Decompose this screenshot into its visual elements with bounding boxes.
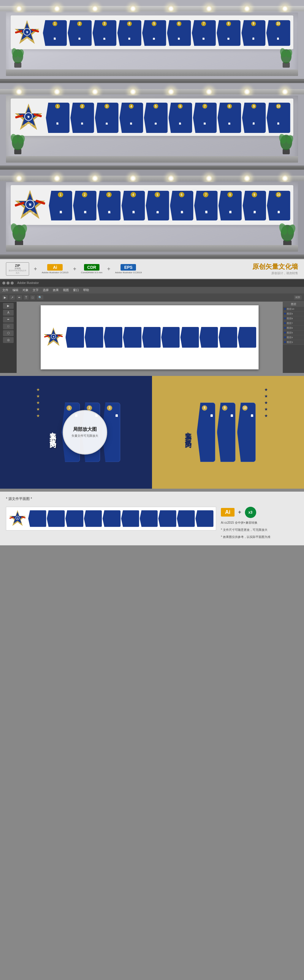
svg-text:十六禁局: 十六禁局 — [16, 522, 19, 523]
tool-arrange[interactable]: 对齐 — [294, 295, 302, 300]
detail-left-vert-texts: 立警为公 执法为民 — [48, 385, 57, 480]
plant-right-3 — [279, 223, 293, 243]
wall-board-3: 警 十六禁局 1 人民警察职责规定 2 公安机关工作守则 3 执法规范行为标准 — [11, 185, 293, 225]
menu-window[interactable]: 窗口 — [73, 288, 79, 292]
card-num-10: 10 — [276, 21, 280, 26]
tool-direct[interactable]: ↗ — [10, 295, 15, 300]
s3-card-5: 5 维护社会治安秩序 — [146, 191, 169, 220]
mc-5 — [142, 327, 161, 348]
card-num-3: 3 — [102, 21, 107, 26]
detail-left-stars: ★ ★ ★ ★ ★ — [32, 385, 44, 480]
layer-dot-6 — [284, 332, 286, 334]
star-4: ★ — [36, 407, 40, 412]
ai-version: Adobe Illustrator CC2015 — [42, 271, 68, 274]
detail-right-card-text-3: 服务人民群众宗旨坚持为民执法原则 — [242, 412, 253, 459]
star-emblem-1: 警 十六禁局 — [14, 19, 40, 46]
light-s2-3 — [92, 88, 98, 95]
detail-right-text1: 立警为公 — [184, 426, 193, 431]
plant-right-2 — [279, 134, 293, 154]
layer-6[interactable]: 图层5 — [283, 331, 304, 335]
s3-card-6: 6 保护公民合法权益 — [170, 191, 194, 220]
side-icon-4[interactable]: □ — [3, 323, 14, 329]
detail-card-num-3: 3 — [107, 405, 112, 410]
layer-1[interactable]: 图层10 — [283, 307, 304, 312]
detail-right-text2: 执法为民 — [184, 433, 193, 438]
svg-text:警: 警 — [27, 116, 30, 118]
flat-card-7 — [140, 510, 158, 527]
card-2: 2 公安机关工作守则 — [68, 20, 92, 46]
topbar-dot-1 — [2, 282, 5, 285]
s3-card-1: 1 人民警察职责规定 — [49, 191, 72, 220]
star-2: ★ — [36, 394, 40, 398]
light-s3-4 — [130, 175, 136, 181]
side-icon-2[interactable]: A — [3, 310, 14, 316]
light-s2-7 — [244, 88, 250, 95]
layer-dot-2 — [284, 313, 286, 315]
detail-right-card-num-2: 9 — [222, 405, 228, 410]
layer-dot-1 — [284, 308, 286, 310]
format-bar: ZIP 压缩包 源文件均在压缩包文件夹内 + Ai Adobe Illustra… — [0, 259, 304, 279]
tool-text[interactable]: T — [24, 295, 29, 300]
s3-card-10: 10 服务人民群众宗旨 — [267, 191, 290, 220]
tool-pen[interactable]: ✒ — [17, 295, 22, 300]
editor-side-panel: ▶ A ✒ □ ⬡ ◎ — [0, 302, 17, 373]
software-row: Ai + x3 — [221, 507, 298, 518]
side-icon-5[interactable]: ⬡ — [3, 330, 14, 336]
card-5: 5 维护社会治安秩序 — [142, 20, 166, 46]
light-1 — [16, 5, 22, 12]
layer-5[interactable]: 图层6 — [283, 326, 304, 331]
flat-content: 警 十六禁局 Ai + x3 — [6, 507, 298, 539]
side-icon-1[interactable]: ▶ — [3, 303, 14, 309]
mc-6 — [161, 327, 180, 348]
layer-7[interactable]: 图层4 — [283, 335, 304, 340]
format-main-title: 原创矢量文化墙 — [252, 262, 298, 271]
flat-note-2: * 效果图仅供参考，以实际平面图为准 — [221, 535, 298, 539]
tool-shape[interactable]: □ — [30, 295, 35, 300]
light-s3-3 — [92, 175, 98, 181]
wall-board-1: 警 十六禁局 1 人民警察职责规定 2 公安机关工作守则 3 执法规范行为标准 — [11, 16, 293, 49]
cards-strip-1: 1 人民警察职责规定 2 公安机关工作守则 3 执法规范行为标准 4 依法履行职… — [43, 20, 290, 46]
menu-effect[interactable]: 效果 — [53, 288, 59, 292]
layer-8[interactable]: 图层3 — [283, 340, 304, 345]
mc-10 — [238, 327, 256, 348]
layer-2[interactable]: 图层9 — [283, 312, 304, 316]
side-icon-3[interactable]: ✒ — [3, 317, 14, 323]
menu-object[interactable]: 对象 — [22, 288, 29, 292]
plus-3: + — [107, 266, 110, 272]
s3-card-4: 4 依法履行职责义务 — [121, 191, 145, 220]
s2-card-3: 3 执法规范行为标准 — [95, 103, 119, 133]
editor-menu[interactable]: 文件 编辑 对象 文字 选择 效果 视图 窗口 帮助 — [0, 287, 304, 293]
card-text-9: 廉洁自律严格要求 — [252, 27, 255, 45]
side-icon-6[interactable]: ◎ — [3, 337, 14, 343]
layer-3[interactable]: 图层8 — [283, 316, 304, 321]
editor-body: ▶ A ✒ □ ⬡ ◎ 警 十六禁 — [0, 302, 304, 373]
menu-help[interactable]: 帮助 — [83, 288, 89, 292]
format-title-block: 原创矢量文化墙 原创设计，请勿转售 — [252, 262, 298, 275]
menu-text[interactable]: 文字 — [33, 288, 38, 292]
s3-card-9: 9 廉洁自律严格要求 — [242, 191, 266, 220]
menu-select[interactable]: 选择 — [43, 288, 49, 292]
flat-board: 警 十六禁局 — [6, 507, 216, 530]
flat-ai-version: Ai cc2015 全中拼+兼容转换 — [221, 520, 298, 525]
tool-zoom[interactable]: 🔍 — [37, 295, 43, 300]
menu-file[interactable]: 文件 — [2, 288, 8, 292]
flat-card-9 — [177, 510, 195, 527]
flat-card-2 — [47, 510, 65, 527]
zoom-title: 局部放大图 — [73, 426, 97, 433]
light-7 — [244, 5, 250, 12]
divider-3 — [0, 256, 304, 259]
ceiling-1 — [0, 6, 304, 11]
detail-left-text1: 立警为公 — [48, 426, 57, 431]
card-num-9: 9 — [251, 21, 256, 26]
menu-edit[interactable]: 编辑 — [13, 288, 18, 292]
tool-select[interactable]: ▶ — [2, 295, 8, 300]
star-emblem-3: 警 十六禁局 — [14, 189, 46, 222]
editor-toolbar: ▶ ↗ ✒ T □ 🔍 对齐 — [0, 293, 304, 302]
light-6 — [206, 5, 212, 12]
card-text-5: 维护社会治安秩序 — [153, 27, 156, 45]
layer-4[interactable]: 图层7 — [283, 321, 304, 326]
cdr-format-block: CDR CorelDRAW 9.5 mm — [81, 264, 102, 274]
layer-dot-3 — [284, 317, 286, 319]
menu-view[interactable]: 视图 — [63, 288, 69, 292]
s3-card-2: 2 公安机关工作守则 — [73, 191, 97, 220]
